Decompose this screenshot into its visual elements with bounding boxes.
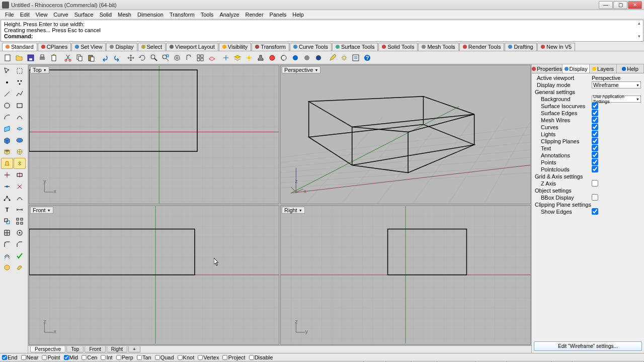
help-icon[interactable]: ? [362, 52, 373, 63]
osnap-cen[interactable]: Cen [82, 354, 97, 360]
properties-icon[interactable] [267, 52, 278, 63]
pointsoff-icon[interactable] [14, 193, 26, 204]
tab-curvetools[interactable]: Curve Tools [290, 43, 332, 51]
text-icon[interactable]: T [1, 204, 13, 215]
point-icon[interactable] [1, 77, 13, 88]
scale-icon[interactable] [1, 216, 13, 227]
menu-analyze[interactable]: Analyze [216, 12, 242, 18]
osnap-int[interactable]: Int [101, 354, 112, 360]
scroll-up-icon[interactable]: ▴ [636, 21, 642, 27]
maximize-button[interactable]: ▢ [613, 1, 627, 9]
setting-checkbox-4[interactable] [592, 131, 598, 137]
move-icon[interactable] [125, 52, 136, 63]
clipboard-icon[interactable] [48, 52, 59, 63]
osnap-disable[interactable]: Disable [249, 354, 273, 360]
setting-checkbox-0[interactable] [592, 103, 598, 109]
line-icon[interactable] [1, 88, 13, 100]
analyze-icon[interactable] [1, 262, 13, 273]
open-icon[interactable] [14, 52, 25, 63]
viewport-label-right[interactable]: Right▼ [282, 207, 305, 214]
viewport-right[interactable]: Right▼ z y [280, 205, 531, 344]
osnap-knot[interactable]: Knot [178, 354, 195, 360]
tab-solidtools[interactable]: Solid Tools [378, 43, 418, 51]
extrude-icon[interactable] [1, 158, 13, 169]
setting-checkbox-1[interactable] [592, 110, 598, 116]
tab-visibility[interactable]: Visibility [219, 43, 252, 51]
box-icon[interactable] [1, 135, 13, 146]
vptab-perspective[interactable]: Perspective [30, 346, 65, 352]
osnap-end[interactable]: End [2, 354, 18, 360]
close-button[interactable]: ✕ [628, 1, 642, 9]
menu-dimension[interactable]: Dimension [134, 12, 167, 18]
rendered-icon[interactable] [313, 52, 324, 63]
tab-setview[interactable]: Set View [71, 43, 106, 51]
array-icon[interactable] [14, 216, 26, 227]
minimize-button[interactable]: — [599, 1, 613, 9]
background-dropdown[interactable]: Use Application Settings▼ [592, 96, 641, 103]
tab-transform[interactable]: Transform [252, 43, 289, 51]
panel-tab-help[interactable]: Help [617, 64, 644, 73]
chamfer-icon[interactable] [14, 239, 26, 250]
viewport-perspective[interactable]: Perspective▼ [280, 65, 531, 204]
menu-file[interactable]: File [2, 12, 17, 18]
scroll-down-icon[interactable]: ▾ [636, 34, 642, 40]
join-icon[interactable] [1, 181, 13, 192]
polyline-icon[interactable] [14, 88, 26, 100]
tab-viewport[interactable]: Viewport Layout [166, 43, 218, 51]
panel-tab-display[interactable]: Display [562, 64, 590, 73]
osnap-project[interactable]: Project [222, 354, 245, 360]
edit-wireframe-button[interactable]: Edit "Wireframe" settings... [534, 341, 642, 351]
pointson-icon[interactable] [1, 193, 13, 204]
toggle-icon[interactable] [244, 52, 255, 63]
check-icon[interactable] [14, 250, 26, 261]
render-icon[interactable] [278, 52, 289, 63]
revolve-icon[interactable] [14, 158, 26, 169]
cplane-icon[interactable] [206, 52, 217, 63]
menu-help[interactable]: Help [289, 12, 307, 18]
menu-panels[interactable]: Panels [267, 12, 290, 18]
undo-view-icon[interactable] [183, 52, 194, 63]
explode-icon[interactable] [14, 181, 26, 192]
menu-view[interactable]: View [33, 12, 51, 18]
layer-icon[interactable] [232, 52, 243, 63]
osnap-near[interactable]: Near [21, 354, 39, 360]
tab-surfacetools[interactable]: Surface Tools [332, 43, 378, 51]
panel-tab-properties[interactable]: Properties [532, 64, 562, 73]
tab-select[interactable]: Select [138, 43, 166, 51]
osnap-perp[interactable]: Perp [116, 354, 133, 360]
osnap-mid[interactable]: Mid [64, 354, 78, 360]
offset-icon[interactable] [1, 250, 13, 261]
osnap-vertex[interactable]: Vertex [198, 354, 219, 360]
menu-solid[interactable]: Solid [97, 12, 115, 18]
surface2-icon[interactable] [14, 123, 26, 134]
ellipsoid-icon[interactable] [14, 135, 26, 146]
setting-checkbox-5[interactable] [592, 138, 598, 144]
options-icon[interactable] [339, 52, 350, 63]
menu-mesh[interactable]: Mesh [115, 12, 134, 18]
save-icon[interactable] [25, 52, 36, 63]
vptab-add[interactable]: + [128, 346, 140, 352]
osnap-point[interactable]: Point [42, 354, 60, 360]
menu-edit[interactable]: Edit [17, 12, 33, 18]
bbox-checkbox[interactable] [592, 194, 598, 201]
fillet-icon[interactable] [1, 239, 13, 250]
points-icon[interactable] [14, 77, 26, 88]
panel-tab-layers[interactable]: Layers [590, 64, 617, 73]
print-icon[interactable] [37, 52, 48, 63]
named-position-icon[interactable] [220, 52, 231, 63]
menu-curve[interactable]: Curve [50, 12, 71, 18]
shade-icon[interactable] [290, 52, 301, 63]
rotate-icon[interactable] [137, 52, 148, 63]
setting-checkbox-6[interactable] [592, 145, 598, 151]
setting-checkbox-2[interactable] [592, 117, 598, 123]
split-icon[interactable] [14, 169, 26, 180]
new-icon[interactable] [2, 52, 13, 63]
viewport-front[interactable]: Front▼ z x [29, 205, 279, 344]
viewport-label-perspective[interactable]: Perspective▼ [282, 66, 320, 73]
viewport-label-front[interactable]: Front▼ [30, 207, 53, 214]
setting-checkbox-8[interactable] [592, 159, 598, 165]
tab-newv5[interactable]: New in V5 [537, 43, 575, 51]
viewport-top[interactable]: Top▼ y x [29, 65, 279, 204]
arc-icon[interactable] [1, 112, 13, 123]
paint-icon[interactable] [14, 262, 26, 273]
